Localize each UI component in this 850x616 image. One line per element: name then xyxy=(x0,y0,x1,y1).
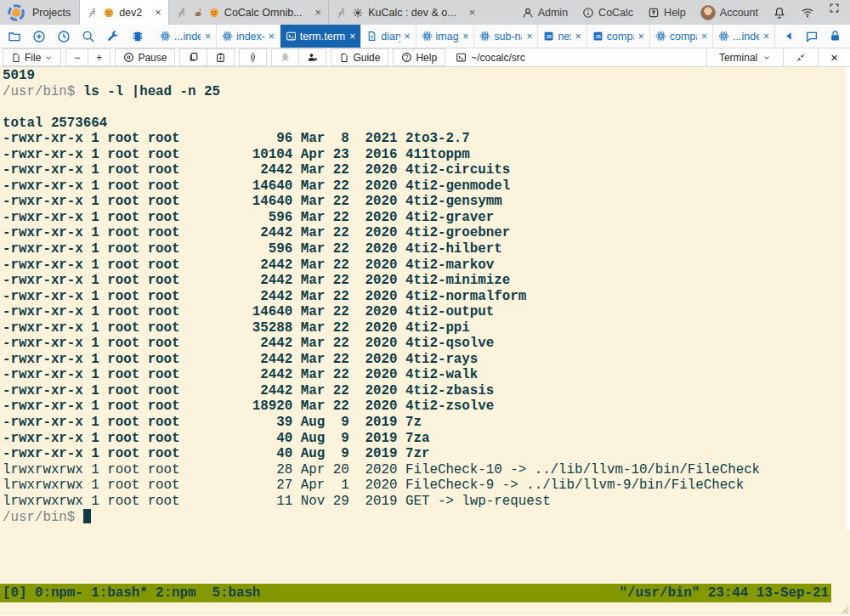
file-tab-next.ts[interactable]: JSnext.ts× xyxy=(538,25,586,48)
resize-handle-icon[interactable] xyxy=(838,603,849,614)
file-tab-label: compare.ts xyxy=(670,31,697,42)
projects-button[interactable]: Projects xyxy=(31,7,79,19)
kick-users-button[interactable] xyxy=(298,48,326,66)
runner-icon xyxy=(336,7,348,19)
file-icon xyxy=(11,53,21,63)
smiley-emoji-icon xyxy=(103,7,115,19)
js-icon: JS xyxy=(592,31,604,42)
history-icon[interactable] xyxy=(57,30,71,43)
fullscreen-icon[interactable] xyxy=(829,3,840,14)
terminal-line: -rwxr-xr-x 1 root root 2442 Mar 22 2020 … xyxy=(3,257,850,274)
terminal-line: -rwxr-xr-x 1 root root 40 Aug 9 2019 7zr xyxy=(3,446,850,462)
runner-icon xyxy=(176,7,188,19)
close-icon[interactable]: × xyxy=(763,31,769,42)
browser-tab-dev2[interactable]: dev2 × xyxy=(79,0,168,25)
chat-icon[interactable] xyxy=(805,30,819,43)
svg-text:JS: JS xyxy=(547,34,552,39)
close-icon[interactable]: × xyxy=(349,31,355,42)
browser-tab-kucalc[interactable]: KuCalc : dev & o... × xyxy=(328,0,482,25)
wrench-icon[interactable] xyxy=(106,30,120,43)
file-tab-diary.md[interactable]: diary.md× xyxy=(361,25,416,48)
tmux-windows: [0] 0:npm- 1:bash* 2:npm 5:bash xyxy=(3,585,260,602)
cocalc-logo-icon[interactable] xyxy=(7,3,26,22)
close-icon[interactable]: × xyxy=(205,31,211,42)
tmux-status-bar: [0] 0:npm- 1:bash* 2:npm 5:bash "/usr/bi… xyxy=(0,584,831,602)
help-label: Help xyxy=(664,7,686,19)
file-tab-image.tsx[interactable]: image.tsx× xyxy=(416,25,475,48)
terminal-line: -rwxr-xr-x 1 root root 14640 Mar 22 2020… xyxy=(3,178,850,195)
file-tab-compare.js[interactable]: JScompare.js× xyxy=(587,25,650,48)
terminal-line: -rwxr-xr-x 1 root root 40 Aug 9 2019 7za xyxy=(3,431,850,447)
close-frame-button[interactable]: × xyxy=(818,48,850,66)
file-tab-indexlist.ts[interactable]: index-list.ts× xyxy=(217,25,280,48)
file-tab-compare.ts[interactable]: compare.ts× xyxy=(650,25,713,48)
terminal-dropdown[interactable]: Terminal xyxy=(706,48,783,66)
close-icon[interactable]: × xyxy=(526,31,532,42)
close-icon[interactable]: × xyxy=(269,31,275,42)
terminal-line: -rwxr-xr-x 1 root root 10104 Apr 23 2016… xyxy=(3,147,850,163)
file-tabs: ...index.tsx×index-list.ts×term.term×dia… xyxy=(155,25,775,48)
file-bar-actions xyxy=(0,25,155,48)
terminal-line: -rwxr-xr-x 1 root root 596 Mar 22 2020 4… xyxy=(3,241,850,257)
terminal-line: -rwxr-xr-x 1 root root 14640 Mar 22 2020… xyxy=(3,304,850,320)
terminal-line: -rwxr-xr-x 1 root root 596 Mar 22 2020 4… xyxy=(3,210,850,226)
file-menu-button[interactable]: File xyxy=(3,48,61,66)
account-label: Account xyxy=(720,7,758,19)
close-icon[interactable]: × xyxy=(575,31,581,42)
terminal-line: /usr/bin$ ls -l |head -n 25 xyxy=(3,84,850,100)
scrollbar[interactable] xyxy=(846,67,850,530)
file-tab-...index.tsx[interactable]: ...index.tsx× xyxy=(713,25,775,48)
collapse-left-icon[interactable] xyxy=(784,31,795,42)
minus-label: − xyxy=(74,52,80,64)
plus-circle-icon[interactable] xyxy=(32,30,46,43)
file-tab-...index.tsx[interactable]: ...index.tsx× xyxy=(155,25,217,48)
react-icon xyxy=(160,31,171,42)
close-icon[interactable]: × xyxy=(469,6,476,19)
file-icon xyxy=(366,31,377,42)
servers-icon[interactable] xyxy=(131,30,144,43)
kill-terminal-button[interactable] xyxy=(271,48,299,66)
file-tab-label: term.term xyxy=(300,31,345,42)
close-icon[interactable]: × xyxy=(405,31,411,42)
file-tab-term.term[interactable]: term.term× xyxy=(280,25,362,48)
react-icon xyxy=(422,31,433,42)
close-icon[interactable]: × xyxy=(315,6,322,19)
folder-icon[interactable] xyxy=(8,30,21,43)
bell-icon[interactable] xyxy=(773,6,786,20)
terminal-line: -rwxr-xr-x 1 root root 2442 Mar 22 2020 … xyxy=(3,289,850,305)
search-icon[interactable] xyxy=(82,30,95,43)
rocket-icon xyxy=(247,52,258,63)
close-icon: × xyxy=(830,50,838,65)
help-button-toolbar[interactable]: Help xyxy=(393,48,445,66)
font-increase-button[interactable]: + xyxy=(88,48,110,66)
terminal-line: -rwxr-xr-x 1 root root 2442 Mar 22 2020 … xyxy=(3,367,850,383)
help-button[interactable]: Help xyxy=(648,7,686,19)
paste-button[interactable] xyxy=(207,48,235,66)
terminal[interactable]: 5019/usr/bin$ ls -l |head -n 25 total 25… xyxy=(0,67,850,615)
close-icon[interactable]: × xyxy=(701,31,707,42)
account-button[interactable]: Account xyxy=(700,5,758,20)
file-tab-subnav.tsx[interactable]: sub-nav.tsx× xyxy=(474,25,538,48)
browser-tab-cocalc-omnib[interactable]: CoCalc Omnib... × xyxy=(168,0,328,25)
terminal-cursor xyxy=(83,509,92,523)
admin-label: Admin xyxy=(538,7,568,19)
cocalc-label: CoCalc xyxy=(598,7,633,19)
compress-button[interactable] xyxy=(783,48,818,66)
cocalc-button[interactable]: CoCalc xyxy=(582,7,633,19)
guide-button[interactable]: Guide xyxy=(331,48,388,66)
close-icon[interactable]: × xyxy=(462,31,468,42)
close-icon[interactable]: × xyxy=(638,31,644,42)
font-decrease-button[interactable]: − xyxy=(65,48,88,66)
close-icon[interactable]: × xyxy=(155,6,162,19)
admin-button[interactable]: Admin xyxy=(522,7,568,19)
copy-button[interactable] xyxy=(179,48,207,66)
file-tab-label: next.ts xyxy=(558,31,570,42)
wifi-icon[interactable] xyxy=(801,6,814,20)
init-script-button[interactable] xyxy=(239,48,267,66)
guide-label: Guide xyxy=(353,52,380,64)
lock-icon[interactable] xyxy=(829,30,842,42)
terminal-line: -rwxr-xr-x 1 root root 2442 Mar 22 2020 … xyxy=(3,336,850,352)
terminal-line: -rwxr-xr-x 1 root root 2442 Mar 22 2020 … xyxy=(3,162,850,178)
info-icon xyxy=(582,7,594,19)
pause-button[interactable]: Pause xyxy=(115,48,175,66)
